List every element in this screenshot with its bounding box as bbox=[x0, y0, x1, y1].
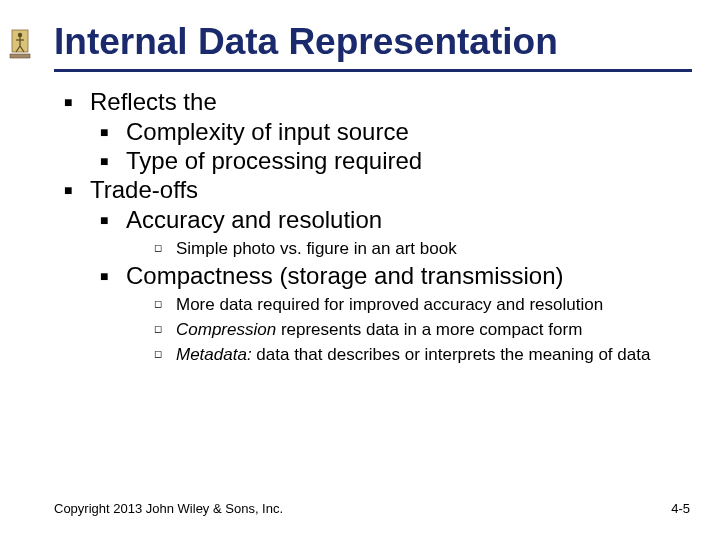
square-bullet-icon: ■ bbox=[64, 88, 90, 116]
slide-title: Internal Data Representation bbox=[54, 22, 692, 72]
bullet-text: More data required for improved accuracy… bbox=[176, 294, 621, 315]
copyright-text: Copyright 2013 John Wiley & Sons, Inc. bbox=[54, 501, 283, 516]
bullet-level2: ■ Compactness (storage and transmission) bbox=[100, 262, 692, 290]
square-bullet-icon: ■ bbox=[100, 118, 126, 146]
hollow-square-bullet-icon: ◻ bbox=[154, 238, 176, 259]
hollow-square-bullet-icon: ◻ bbox=[154, 294, 176, 315]
bullet-text: Accuracy and resolution bbox=[126, 206, 382, 234]
hollow-square-bullet-icon: ◻ bbox=[154, 344, 176, 365]
emphasis-term: Metadata: bbox=[176, 345, 252, 364]
emphasis-term: Compression bbox=[176, 320, 276, 339]
square-bullet-icon: ■ bbox=[64, 176, 90, 204]
bullet-text-tail: represents data in a more compact form bbox=[276, 320, 582, 339]
bullet-text: Compression represents data in a more co… bbox=[176, 319, 600, 340]
bullet-level2: ■ Complexity of input source bbox=[100, 118, 692, 146]
svg-rect-6 bbox=[10, 54, 30, 58]
bullet-level3: ◻ Simple photo vs. figure in an art book bbox=[154, 238, 692, 259]
bullet-level3: ◻ Compression represents data in a more … bbox=[154, 319, 692, 340]
bullet-text: Trade-offs bbox=[90, 176, 198, 204]
bullet-level3: ◻ Metadata: data that describes or inter… bbox=[154, 344, 692, 365]
slide-decoration-icon bbox=[8, 26, 32, 66]
bullet-level1: ■ Trade-offs bbox=[64, 176, 692, 204]
bullet-text: Simple photo vs. figure in an art book bbox=[176, 238, 475, 259]
page-number: 4-5 bbox=[671, 501, 690, 516]
bullet-text: Type of processing required bbox=[126, 147, 422, 175]
bullet-level1: ■ Reflects the bbox=[64, 88, 692, 116]
bullet-text: Compactness (storage and transmission) bbox=[126, 262, 564, 290]
bullet-text: Complexity of input source bbox=[126, 118, 409, 146]
bullet-text-tail: data that describes or interprets the me… bbox=[252, 345, 651, 364]
bullet-text: Metadata: data that describes or interpr… bbox=[176, 344, 668, 365]
slide-footer: Copyright 2013 John Wiley & Sons, Inc. 4… bbox=[54, 501, 690, 516]
svg-point-1 bbox=[18, 33, 22, 37]
hollow-square-bullet-icon: ◻ bbox=[154, 319, 176, 340]
bullet-level2: ■ Accuracy and resolution bbox=[100, 206, 692, 234]
bullet-level2: ■ Type of processing required bbox=[100, 147, 692, 175]
bullet-text: Reflects the bbox=[90, 88, 217, 116]
bullet-level3: ◻ More data required for improved accura… bbox=[154, 294, 692, 315]
slide-content: ■ Reflects the ■ Complexity of input sou… bbox=[54, 88, 692, 366]
slide: Internal Data Representation ■ Reflects … bbox=[0, 0, 720, 540]
square-bullet-icon: ■ bbox=[100, 206, 126, 234]
square-bullet-icon: ■ bbox=[100, 147, 126, 175]
square-bullet-icon: ■ bbox=[100, 262, 126, 290]
